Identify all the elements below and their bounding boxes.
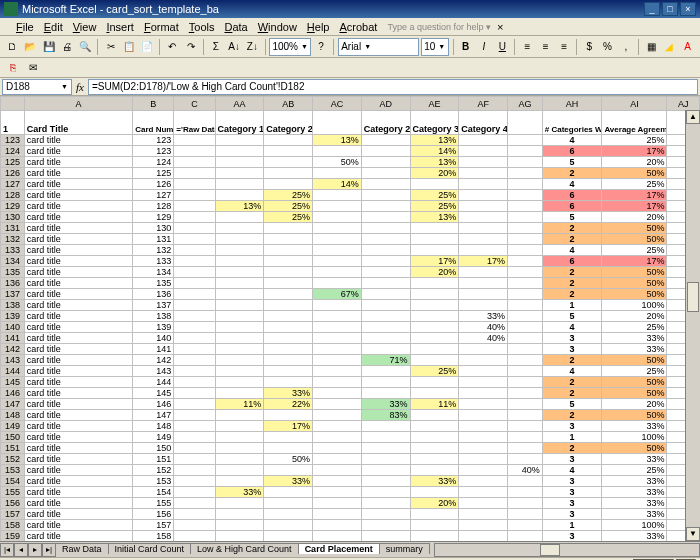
underline-icon[interactable]: U (494, 38, 510, 56)
cell-raw[interactable] (174, 267, 215, 278)
cell-num-categories[interactable]: 6 (542, 256, 602, 267)
cell-avg-agreement[interactable]: 100% (602, 432, 667, 443)
cell-raw[interactable] (174, 223, 215, 234)
cell-AB[interactable] (264, 245, 313, 256)
cell-AG[interactable] (508, 476, 543, 487)
cell-raw[interactable] (174, 377, 215, 388)
cell-num-categories[interactable]: 2 (542, 388, 602, 399)
header-category-3[interactable]: Category 3 (410, 111, 459, 135)
cell-AA[interactable] (215, 421, 264, 432)
cell-card-number[interactable]: 154 (133, 487, 174, 498)
cell-avg-agreement[interactable]: 33% (602, 476, 667, 487)
cell-AA[interactable]: 33% (215, 487, 264, 498)
cell-AF[interactable] (459, 201, 508, 212)
cell-num-categories[interactable]: 3 (542, 333, 602, 344)
cell-card-title[interactable]: card title (24, 201, 132, 212)
cell-AB[interactable] (264, 267, 313, 278)
cell-num-categories[interactable]: 4 (542, 179, 602, 190)
cell-card-title[interactable]: card title (24, 289, 132, 300)
cell-num-categories[interactable]: 5 (542, 399, 602, 410)
cell-card-title[interactable]: card title (24, 245, 132, 256)
cell-AE[interactable]: 25% (410, 190, 459, 201)
cell-AE[interactable]: 11% (410, 399, 459, 410)
row-header[interactable]: 134 (1, 256, 25, 267)
cell-card-number[interactable]: 144 (133, 377, 174, 388)
row-header[interactable]: 154 (1, 476, 25, 487)
undo-icon[interactable]: ↶ (164, 38, 180, 56)
cell-AA[interactable] (215, 278, 264, 289)
cell-raw[interactable] (174, 410, 215, 421)
cell-AF[interactable] (459, 190, 508, 201)
row-header[interactable]: 152 (1, 454, 25, 465)
cell-avg-agreement[interactable]: 33% (602, 344, 667, 355)
cell-AB[interactable] (264, 498, 313, 509)
cell-num-categories[interactable]: 2 (542, 267, 602, 278)
cell-raw[interactable] (174, 476, 215, 487)
cell-AC[interactable] (313, 454, 362, 465)
cell-AF[interactable]: 33% (459, 311, 508, 322)
row-header[interactable]: 125 (1, 157, 25, 168)
cell-AF[interactable] (459, 245, 508, 256)
cell-card-title[interactable]: card title (24, 465, 132, 476)
row-header[interactable]: 1 (1, 111, 25, 135)
cell-raw[interactable] (174, 190, 215, 201)
zoom-combo[interactable]: 100%▼ (269, 38, 311, 56)
cell-AB[interactable] (264, 366, 313, 377)
cell-avg-agreement[interactable]: 17% (602, 201, 667, 212)
cell-raw[interactable] (174, 531, 215, 542)
cell-AF[interactable] (459, 135, 508, 146)
col-header-AH[interactable]: AH (542, 97, 602, 111)
cell-AG[interactable] (508, 487, 543, 498)
cell-AB[interactable] (264, 179, 313, 190)
cell-AG[interactable] (508, 267, 543, 278)
cell-AF[interactable] (459, 179, 508, 190)
cell-avg-agreement[interactable]: 25% (602, 245, 667, 256)
menu-help[interactable]: Help (307, 21, 330, 33)
cell-AD[interactable] (361, 135, 410, 146)
row-header[interactable]: 144 (1, 366, 25, 377)
cell-AE[interactable]: 25% (410, 366, 459, 377)
cell-AG[interactable] (508, 179, 543, 190)
cell-AF[interactable] (459, 344, 508, 355)
cell-AD[interactable] (361, 289, 410, 300)
cell-AE[interactable] (410, 410, 459, 421)
cell-num-categories[interactable]: 1 (542, 300, 602, 311)
cell-avg-agreement[interactable]: 20% (602, 399, 667, 410)
header-category-4[interactable]: Category 4 (459, 111, 508, 135)
cell-AA[interactable] (215, 146, 264, 157)
cell-AD[interactable] (361, 267, 410, 278)
cell-card-title[interactable]: card title (24, 190, 132, 201)
cell-avg-agreement[interactable]: 25% (602, 135, 667, 146)
cell-AA[interactable] (215, 410, 264, 421)
cell-AG[interactable] (508, 366, 543, 377)
cell-avg-agreement[interactable]: 50% (602, 377, 667, 388)
cell-card-title[interactable]: card title (24, 531, 132, 542)
cell-num-categories[interactable]: 3 (542, 509, 602, 520)
cell-AB[interactable] (264, 157, 313, 168)
cell-AF[interactable]: 40% (459, 322, 508, 333)
cell-AC[interactable] (313, 465, 362, 476)
cell-AG[interactable] (508, 520, 543, 531)
cell-AF[interactable]: 40% (459, 333, 508, 344)
cell-card-title[interactable]: card title (24, 256, 132, 267)
cell-card-title[interactable]: card title (24, 234, 132, 245)
vertical-scrollbar[interactable]: ▲ ▼ (685, 110, 700, 541)
cell-AB[interactable] (264, 223, 313, 234)
cell-AE[interactable] (410, 234, 459, 245)
cell-avg-agreement[interactable]: 100% (602, 520, 667, 531)
cell-raw[interactable] (174, 146, 215, 157)
cell-AA[interactable] (215, 234, 264, 245)
cell-AB[interactable] (264, 146, 313, 157)
cell-num-categories[interactable]: 4 (542, 465, 602, 476)
row-header[interactable]: 150 (1, 432, 25, 443)
cell-AE[interactable]: 20% (410, 267, 459, 278)
cell-raw[interactable] (174, 289, 215, 300)
cell-raw[interactable] (174, 366, 215, 377)
cell-AC[interactable] (313, 476, 362, 487)
cell-AC[interactable] (313, 509, 362, 520)
percent-icon[interactable]: % (599, 38, 615, 56)
cell-AB[interactable]: 22% (264, 399, 313, 410)
cell-AB[interactable] (264, 289, 313, 300)
cell-AG[interactable] (508, 333, 543, 344)
row-header[interactable]: 127 (1, 179, 25, 190)
